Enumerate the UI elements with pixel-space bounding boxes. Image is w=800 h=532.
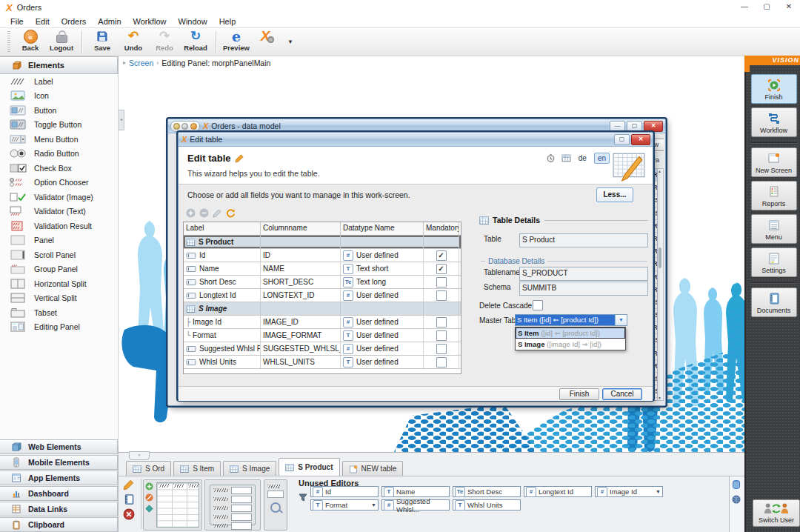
toolbar-button-reload[interactable]: ↻Reload [181,30,210,55]
menu-button[interactable]: Menu [751,214,797,244]
sidebar-section-web-elements[interactable]: Web Elements [0,439,118,454]
workflow-button[interactable]: Workflow [751,107,797,137]
dialog-minimize-button[interactable]: — [610,121,625,132]
cancel-button[interactable]: Cancel [602,388,642,400]
sidebar-item-vertical-split[interactable]: Vertical Split [0,291,118,306]
mandatory-checkbox[interactable] [436,357,447,368]
sidebar-collapse-handle[interactable]: ◂ [119,110,124,130]
editor-chip-image-id[interactable]: #Image Id▼ [595,486,663,497]
toolbar-button-back[interactable]: «Back [16,30,45,55]
sidebar-item-horizontal-split[interactable]: Horizontal Split [0,276,118,291]
mandatory-checkbox[interactable] [436,317,447,327]
pin-icon[interactable] [173,123,180,130]
toolbar-button-logout[interactable]: Logout [47,30,76,55]
lang-de-button[interactable]: de [579,154,587,162]
dialog-close-button[interactable]: ✕ [631,134,650,145]
pencil-icon[interactable] [190,123,197,130]
elements-header[interactable]: Elements [0,56,118,74]
switch-user-button[interactable]: Switch User [753,499,800,527]
editor-chip-suggested-whlsl[interactable]: #Suggested Whlsl... [381,499,450,511]
mandatory-checkbox[interactable] [436,344,447,354]
toolbar-button-undo[interactable]: ↶Undo [119,30,148,55]
sidebar-item-validator-text[interactable]: Validator (Text) [0,205,118,219]
editor-chip-name[interactable]: TName [381,486,450,497]
remove-field-icon[interactable] [199,208,209,218]
sidebar-item-option-chooser[interactable]: Option Chooser [0,176,118,190]
tab-s-product[interactable]: S Product [279,458,339,476]
less-button[interactable]: Less... [596,187,633,202]
finish-button[interactable]: Finish [559,388,599,400]
table-row[interactable]: Longtext IdLONGTEXT_ID#User defined [184,289,461,302]
column-header[interactable]: Label [184,222,261,235]
globe-icon[interactable] [731,494,741,505]
dropdown-option-s-item[interactable]: S Item ([id] ⇐ [product Id]) [516,327,625,339]
editor-chip-format[interactable]: TFormat▼ [310,499,379,511]
finish-button[interactable]: Finish [751,74,797,104]
sidebar-item-radio-button[interactable]: Radio Button [0,147,118,162]
watch-icon[interactable] [546,153,556,163]
delete-icon[interactable] [123,508,135,520]
window-minimize-button[interactable]: — [733,0,756,13]
sidebar-section-data-links[interactable]: Data Links [0,502,118,516]
column-header[interactable]: Datatype Name [341,222,424,235]
mandatory-checkbox[interactable]: ✓ [436,250,447,261]
sidebar-item-editing-panel[interactable]: Editing Panel [0,320,118,335]
sidebar-item-validator-image[interactable]: Validator (Image) [0,190,118,205]
menu-item-admin[interactable]: Admin [92,16,127,27]
edit-table-titlebar[interactable]: X Edit table ▢ ✕ [179,133,653,147]
sidebar-item-scroll-panel[interactable]: Scroll Panel [0,247,118,262]
toolbar-dropdown-caret[interactable]: ▼ [287,39,293,45]
toolbar-button-redo[interactable]: ↷Redo [150,30,179,55]
column-header[interactable]: Mandatory [424,222,459,235]
menu-item-edit[interactable]: Edit [30,16,56,27]
mandatory-checkbox[interactable]: ✓ [436,264,447,274]
edit-field-icon[interactable] [213,208,222,218]
breadcrumb-screen[interactable]: Screen [129,59,153,67]
refresh-icon[interactable] [226,208,236,218]
menu-item-window[interactable]: Window [173,16,213,27]
sidebar-item-panel[interactable]: Panel [0,233,118,248]
sidebar-section-clipboard[interactable]: Clipboard [0,517,118,532]
edit-pencil-icon[interactable] [123,479,135,491]
chevron-down-icon[interactable]: ▼ [615,315,627,325]
mandatory-checkbox[interactable] [436,330,447,341]
tab-new-table[interactable]: NEW table [342,461,404,476]
sidebar-section-dashboard[interactable]: Dashboard [0,486,118,501]
tab-s-ord[interactable]: S Ord [126,461,171,476]
form-widget-preview[interactable] [204,479,261,531]
tab-s-item[interactable]: S Item [173,461,221,476]
table-row[interactable]: IdID#User defined✓ [184,249,461,262]
sidebar-item-menu-button[interactable]: Menu Button [0,132,118,147]
mandatory-checkbox[interactable] [436,277,447,287]
database-icon[interactable] [731,479,741,490]
add-field-icon[interactable] [186,208,196,218]
filter-icon[interactable] [299,493,307,502]
table-widget-preview[interactable] [143,479,202,531]
editor-chip-short-desc[interactable]: TeShort Desc [453,486,521,497]
sidebar-item-button[interactable]: Button [0,103,118,118]
table-row[interactable]: Short DescSHORT_DESCTeText long [184,276,461,289]
table-row[interactable]: ├Image IdIMAGE_ID#User defined [184,316,461,329]
sidebar-item-label[interactable]: Label [0,74,118,89]
documents-button[interactable]: Documents [751,287,797,317]
table-row[interactable]: Suggested Whlsl PriceSUGGESTED_WHLSL_PRI… [184,342,461,356]
delete-cascade-checkbox[interactable] [533,300,543,310]
menu-item-workflow[interactable]: Workflow [127,16,173,27]
dialog-maximize-button[interactable]: ▢ [627,121,642,132]
menu-item-file[interactable]: File [4,16,30,27]
sphere-icon[interactable] [181,123,188,130]
table-row[interactable]: S Product [184,236,461,249]
sidebar-section-mobile-elements[interactable]: Mobile Elements [0,455,118,470]
toolbar-button-preview[interactable]: ePreview [221,30,251,55]
dialog-maximize-button[interactable]: ▢ [614,134,630,145]
settings-button[interactable]: Settings [751,247,797,277]
editor-chip-whlsl-units[interactable]: TWhlsl Units [453,499,521,511]
sidebar-item-check-box[interactable]: Check Box [0,161,118,176]
menu-item-orders[interactable]: Orders [56,16,93,27]
window-close-button[interactable]: ✕ [778,0,800,13]
sidebar-item-group-panel[interactable]: Group Panel [0,262,118,277]
new-screen-button[interactable]: New Screen [751,147,797,177]
dialog-close-button[interactable]: ✕ [644,121,663,132]
toolbar-grip[interactable] [7,31,10,53]
scrollbar-thumb[interactable] [659,247,661,268]
